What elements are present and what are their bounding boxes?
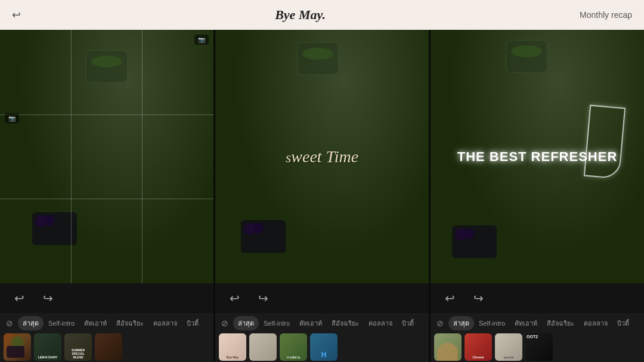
cup-visual-3 — [506, 40, 547, 73]
tab-collage-3[interactable]: คอลลาจ — [579, 316, 612, 330]
thumb-chrome-text: Chrome — [466, 355, 490, 359]
redo-button-1[interactable]: ↪ — [38, 289, 57, 308]
template-tabs-3: ⊘ ล่าสุด Self-intro คัทเอาท์ สีอัจฉริยะ … — [431, 313, 644, 333]
tab-smart-color-3[interactable]: สีอัจฉริยะ — [542, 316, 579, 330]
tab-selfintro-3[interactable]: Self-intro — [474, 318, 510, 329]
grid-h2 — [0, 199, 213, 199]
thumb-text-2-3: กาแฟยาม — [281, 355, 305, 359]
camera-badge-right: 📷 — [194, 35, 209, 45]
tab-collage-1[interactable]: คอลลาจ — [148, 316, 182, 330]
panel-edit: 📷 📷 ↩ ↪ ⊘ ล่าสุด Self-intro คัทเอาท์ สีอ… — [0, 30, 215, 362]
camera-badge-left: 📷 — [5, 113, 19, 123]
tab-beauty-1[interactable]: บิวตี้ — [182, 316, 203, 330]
clock-icon-1: ⊘ — [6, 318, 13, 328]
template-bar-2: ⊘ ล่าสุด Self-intro คัทเอาท์ สีอัจฉริยะ … — [215, 313, 429, 362]
thumb-text-2-1: Bye May — [221, 355, 244, 359]
thumb-1-4[interactable] — [95, 333, 122, 361]
thumb-3-3[interactable]: special — [495, 333, 522, 361]
thumb-text-2-4: H — [312, 351, 336, 359]
photo-area-1[interactable]: 📷 📷 — [0, 30, 213, 283]
thumb-2-4[interactable]: H — [310, 333, 338, 361]
tab-smart-color-1[interactable]: สีอัจฉริยะ — [112, 316, 148, 330]
action-bar-2: ↩ ↪ — [215, 283, 429, 313]
tab-latest-1[interactable]: ล่าสุด — [18, 316, 44, 330]
clock-icon-3: ⊘ — [436, 318, 444, 328]
action-bar-1: ↩ ↪ — [0, 283, 213, 313]
photo-area-2[interactable]: sweet Time — [215, 30, 429, 283]
monthly-recap-link[interactable]: Monthly recap — [580, 10, 632, 20]
tab-latest-2[interactable]: ล่าสุด — [233, 316, 259, 330]
template-bar-3: ⊘ ล่าสุด Self-intro คัทเอาท์ สีอัจฉริยะ … — [431, 313, 644, 362]
berries-visual-1 — [32, 212, 77, 245]
template-bar-1: ⊘ ล่าสุด Self-intro คัทเอาท์ สีอัจฉริยะ … — [0, 313, 213, 362]
panel-best-refresher: THE BEST REFRESHER ↩ ↪ ⊘ ล่าสุด Self-int… — [431, 30, 644, 362]
tab-collage-2[interactable]: คอลลาจ — [364, 316, 397, 330]
thumb-1-3[interactable]: SUMMER SPECIAL BLEND — [64, 333, 92, 361]
thumb-2-3[interactable]: กาแฟยาม — [280, 333, 307, 361]
berries-visual-3 — [452, 225, 497, 258]
thumb-ootz[interactable]: OOT2 — [525, 333, 553, 361]
clock-icon-2: ⊘ — [221, 318, 228, 328]
thumb-2-2[interactable] — [249, 333, 277, 361]
undo-button-2[interactable]: ↩ — [225, 289, 244, 308]
thumb-text-3-3: special — [497, 355, 521, 359]
tab-latest-3[interactable]: ล่าสุด — [448, 316, 474, 330]
app-title: Bye May. — [275, 7, 326, 23]
template-thumbs-1: LEM•N DIARY SUMMER SPECIAL BLEND — [0, 333, 213, 362]
thumb-text-1-2: LEM•N DIARY — [36, 355, 60, 359]
thumb-1-1[interactable] — [4, 333, 31, 361]
thumb-1-2[interactable]: LEM•N DIARY — [34, 333, 61, 361]
tab-beauty-3[interactable]: บิวตี้ — [612, 316, 634, 330]
template-tabs-2: ⊘ ล่าสุด Self-intro คัทเอาท์ สีอัจฉริยะ … — [215, 313, 429, 333]
tab-cutout-1[interactable]: คัทเอาท์ — [79, 316, 112, 330]
app-header: ↩ Bye May. Monthly recap — [0, 0, 644, 30]
template-thumbs-2: Bye May กาแฟยาม H — [215, 333, 429, 362]
tab-cutout-3[interactable]: คัทเอาท์ — [510, 316, 542, 330]
berries-visual-2 — [241, 220, 286, 253]
camera-icon-right: 📷 — [198, 36, 205, 43]
thumb-text-1-3: SUMMER SPECIAL BLEND — [66, 348, 90, 359]
grid-v2 — [142, 30, 143, 283]
thumb-2-1[interactable]: Bye May — [219, 333, 246, 361]
tab-selfintro-2[interactable]: Self-intro — [259, 318, 295, 329]
grid-v1 — [71, 30, 72, 283]
panels-container: 📷 📷 ↩ ↪ ⊘ ล่าสุด Self-intro คัทเอาท์ สีอ… — [0, 30, 644, 362]
ootz-label: OOT2 — [527, 335, 538, 339]
tab-cutout-2[interactable]: คัทเอาท์ — [295, 316, 327, 330]
tab-smart-color-2[interactable]: สีอัจฉริยะ — [327, 316, 364, 330]
undo-button-1[interactable]: ↩ — [10, 289, 29, 308]
action-bar-3: ↩ ↪ — [431, 283, 644, 313]
thumb-chrome[interactable]: Chrome — [465, 333, 492, 361]
template-thumbs-3: Chrome special OOT2 — [431, 333, 644, 362]
photo-area-3[interactable]: THE BEST REFRESHER — [431, 30, 644, 283]
cup-visual-1 — [86, 50, 128, 83]
panel-sweet-time: sweet Time ↩ ↪ ⊘ ล่าสุด Self-intro คัทเอ… — [215, 30, 431, 362]
berry-cluster — [7, 346, 24, 358]
camera-icon-left: 📷 — [8, 115, 16, 122]
redo-button-2[interactable]: ↪ — [253, 289, 273, 308]
thumb-3-1[interactable] — [434, 333, 462, 361]
template-tabs-1: ⊘ ล่าสุด Self-intro คัทเอาท์ สีอัจฉริยะ … — [0, 313, 213, 333]
grid-h1 — [0, 115, 213, 115]
redo-button-3[interactable]: ↪ — [469, 289, 488, 308]
tab-beauty-2[interactable]: บิวตี้ — [397, 316, 419, 330]
undo-button-3[interactable]: ↩ — [440, 289, 459, 308]
cup-visual-2 — [297, 42, 339, 75]
tab-selfintro-1[interactable]: Self-intro — [44, 318, 79, 329]
back-icon[interactable]: ↩ — [12, 8, 21, 21]
